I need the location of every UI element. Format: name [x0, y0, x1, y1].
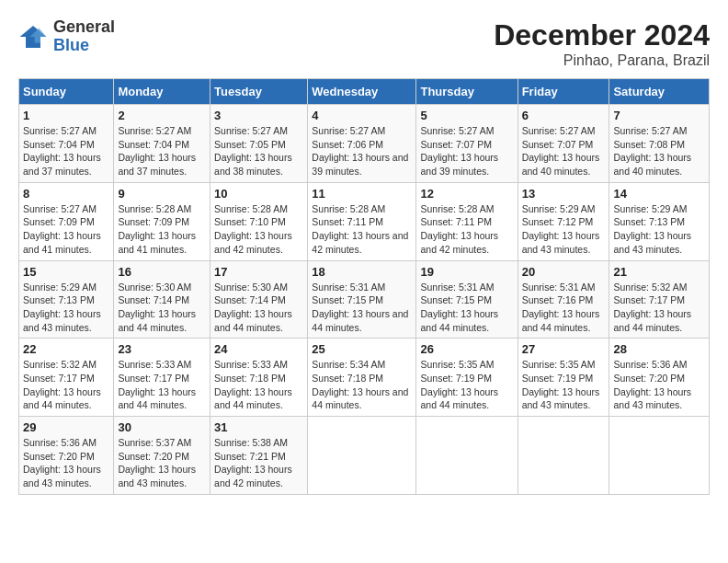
- day-info: Sunrise: 5:30 AM Sunset: 7:14 PM Dayligh…: [118, 281, 206, 335]
- day-of-week-header: Friday: [518, 79, 609, 105]
- day-number: 19: [420, 265, 513, 279]
- day-number: 26: [420, 342, 513, 356]
- day-info: Sunrise: 5:29 AM Sunset: 7:12 PM Dayligh…: [522, 202, 606, 257]
- day-number: 17: [214, 265, 303, 279]
- calendar-cell: [609, 417, 710, 495]
- logo: General Blue: [18, 18, 115, 55]
- day-info: Sunrise: 5:33 AM Sunset: 7:17 PM Dayligh…: [118, 358, 206, 412]
- calendar-week-row: 15 Sunrise: 5:29 AM Sunset: 7:13 PM Dayl…: [19, 260, 710, 339]
- day-info: Sunrise: 5:31 AM Sunset: 7:15 PM Dayligh…: [420, 281, 513, 335]
- day-of-week-header: Wednesday: [308, 79, 416, 105]
- day-info: Sunrise: 5:28 AM Sunset: 7:11 PM Dayligh…: [420, 202, 513, 257]
- calendar-cell: 12 Sunrise: 5:28 AM Sunset: 7:11 PM Dayl…: [416, 182, 518, 260]
- calendar-cell: 22 Sunrise: 5:32 AM Sunset: 7:17 PM Dayl…: [19, 339, 114, 417]
- day-info: Sunrise: 5:27 AM Sunset: 7:09 PM Dayligh…: [23, 202, 109, 257]
- calendar-cell: 30 Sunrise: 5:37 AM Sunset: 7:20 PM Dayl…: [114, 417, 210, 495]
- day-info: Sunrise: 5:37 AM Sunset: 7:20 PM Dayligh…: [118, 436, 206, 490]
- day-info: Sunrise: 5:29 AM Sunset: 7:13 PM Dayligh…: [23, 281, 109, 335]
- title-block: December 2024 Pinhao, Parana, Brazil: [494, 18, 710, 69]
- day-number: 21: [613, 265, 705, 279]
- calendar-cell: 28 Sunrise: 5:36 AM Sunset: 7:20 PM Dayl…: [609, 339, 710, 417]
- day-number: 9: [118, 187, 206, 201]
- day-info: Sunrise: 5:36 AM Sunset: 7:20 PM Dayligh…: [23, 436, 109, 490]
- calendar-cell: 5 Sunrise: 5:27 AM Sunset: 7:07 PM Dayli…: [416, 105, 518, 183]
- day-info: Sunrise: 5:32 AM Sunset: 7:17 PM Dayligh…: [613, 281, 705, 335]
- day-info: Sunrise: 5:27 AM Sunset: 7:04 PM Dayligh…: [23, 124, 109, 178]
- day-info: Sunrise: 5:36 AM Sunset: 7:20 PM Dayligh…: [613, 358, 705, 412]
- day-info: Sunrise: 5:28 AM Sunset: 7:11 PM Dayligh…: [312, 202, 412, 257]
- day-number: 20: [522, 265, 606, 279]
- day-number: 12: [420, 187, 513, 201]
- calendar-cell: 27 Sunrise: 5:35 AM Sunset: 7:19 PM Dayl…: [518, 339, 609, 417]
- calendar-week-row: 29 Sunrise: 5:36 AM Sunset: 7:20 PM Dayl…: [19, 417, 710, 495]
- day-number: 24: [214, 342, 303, 356]
- day-info: Sunrise: 5:31 AM Sunset: 7:16 PM Dayligh…: [522, 281, 606, 335]
- day-info: Sunrise: 5:33 AM Sunset: 7:18 PM Dayligh…: [214, 358, 303, 412]
- day-number: 30: [118, 420, 206, 434]
- day-number: 29: [23, 420, 109, 434]
- day-number: 31: [214, 420, 303, 434]
- day-of-week-header: Monday: [114, 79, 210, 105]
- calendar-cell: 6 Sunrise: 5:27 AM Sunset: 7:07 PM Dayli…: [518, 105, 609, 183]
- calendar-cell: 18 Sunrise: 5:31 AM Sunset: 7:15 PM Dayl…: [308, 260, 416, 339]
- day-info: Sunrise: 5:30 AM Sunset: 7:14 PM Dayligh…: [214, 281, 303, 335]
- calendar-cell: 9 Sunrise: 5:28 AM Sunset: 7:09 PM Dayli…: [114, 182, 210, 260]
- day-number: 18: [312, 265, 412, 279]
- calendar-cell: 24 Sunrise: 5:33 AM Sunset: 7:18 PM Dayl…: [210, 339, 308, 417]
- day-number: 10: [214, 187, 303, 201]
- calendar-cell: [416, 417, 518, 495]
- day-info: Sunrise: 5:27 AM Sunset: 7:07 PM Dayligh…: [522, 124, 606, 178]
- calendar-cell: 29 Sunrise: 5:36 AM Sunset: 7:20 PM Dayl…: [19, 417, 114, 495]
- day-number: 3: [214, 109, 303, 122]
- day-info: Sunrise: 5:29 AM Sunset: 7:13 PM Dayligh…: [613, 202, 705, 257]
- calendar-week-row: 22 Sunrise: 5:32 AM Sunset: 7:17 PM Dayl…: [19, 339, 710, 417]
- day-number: 14: [613, 187, 705, 201]
- calendar-cell: 14 Sunrise: 5:29 AM Sunset: 7:13 PM Dayl…: [609, 182, 710, 260]
- calendar-cell: 25 Sunrise: 5:34 AM Sunset: 7:18 PM Dayl…: [308, 339, 416, 417]
- calendar-cell: 1 Sunrise: 5:27 AM Sunset: 7:04 PM Dayli…: [19, 105, 114, 183]
- day-number: 16: [118, 265, 206, 279]
- day-number: 6: [522, 109, 606, 122]
- day-info: Sunrise: 5:28 AM Sunset: 7:09 PM Dayligh…: [118, 202, 206, 257]
- day-number: 15: [23, 265, 109, 279]
- day-info: Sunrise: 5:31 AM Sunset: 7:15 PM Dayligh…: [312, 281, 412, 335]
- calendar-cell: 8 Sunrise: 5:27 AM Sunset: 7:09 PM Dayli…: [19, 182, 114, 260]
- day-number: 5: [420, 109, 513, 122]
- day-info: Sunrise: 5:27 AM Sunset: 7:04 PM Dayligh…: [118, 124, 206, 178]
- day-number: 22: [23, 342, 109, 356]
- page-header: General Blue December 2024 Pinhao, Paran…: [18, 18, 710, 69]
- logo-text: General Blue: [53, 18, 115, 55]
- day-info: Sunrise: 5:38 AM Sunset: 7:21 PM Dayligh…: [214, 436, 303, 490]
- day-info: Sunrise: 5:34 AM Sunset: 7:18 PM Dayligh…: [312, 358, 412, 412]
- day-number: 1: [23, 109, 109, 122]
- calendar-cell: 20 Sunrise: 5:31 AM Sunset: 7:16 PM Dayl…: [518, 260, 609, 339]
- calendar-cell: 19 Sunrise: 5:31 AM Sunset: 7:15 PM Dayl…: [416, 260, 518, 339]
- calendar-cell: 2 Sunrise: 5:27 AM Sunset: 7:04 PM Dayli…: [114, 105, 210, 183]
- day-of-week-header: Tuesday: [210, 79, 308, 105]
- calendar-cell: 11 Sunrise: 5:28 AM Sunset: 7:11 PM Dayl…: [308, 182, 416, 260]
- day-info: Sunrise: 5:28 AM Sunset: 7:10 PM Dayligh…: [214, 202, 303, 257]
- calendar-body: 1 Sunrise: 5:27 AM Sunset: 7:04 PM Dayli…: [19, 105, 710, 495]
- calendar-cell: 3 Sunrise: 5:27 AM Sunset: 7:05 PM Dayli…: [210, 105, 308, 183]
- calendar-cell: [308, 417, 416, 495]
- calendar-week-row: 8 Sunrise: 5:27 AM Sunset: 7:09 PM Dayli…: [19, 182, 710, 260]
- calendar-week-row: 1 Sunrise: 5:27 AM Sunset: 7:04 PM Dayli…: [19, 105, 710, 183]
- day-info: Sunrise: 5:27 AM Sunset: 7:06 PM Dayligh…: [312, 124, 412, 178]
- day-number: 28: [613, 342, 705, 356]
- day-number: 23: [118, 342, 206, 356]
- day-number: 27: [522, 342, 606, 356]
- calendar-cell: 21 Sunrise: 5:32 AM Sunset: 7:17 PM Dayl…: [609, 260, 710, 339]
- day-number: 4: [312, 109, 412, 122]
- day-number: 8: [23, 187, 109, 201]
- day-info: Sunrise: 5:27 AM Sunset: 7:08 PM Dayligh…: [613, 124, 705, 178]
- calendar-cell: 31 Sunrise: 5:38 AM Sunset: 7:21 PM Dayl…: [210, 417, 308, 495]
- calendar-cell: 15 Sunrise: 5:29 AM Sunset: 7:13 PM Dayl…: [19, 260, 114, 339]
- calendar-cell: 13 Sunrise: 5:29 AM Sunset: 7:12 PM Dayl…: [518, 182, 609, 260]
- day-info: Sunrise: 5:35 AM Sunset: 7:19 PM Dayligh…: [420, 358, 513, 412]
- day-info: Sunrise: 5:35 AM Sunset: 7:19 PM Dayligh…: [522, 358, 606, 412]
- page-subtitle: Pinhao, Parana, Brazil: [494, 52, 710, 69]
- logo-icon: [18, 22, 48, 52]
- calendar-cell: 26 Sunrise: 5:35 AM Sunset: 7:19 PM Dayl…: [416, 339, 518, 417]
- calendar-header-row: SundayMondayTuesdayWednesdayThursdayFrid…: [19, 79, 710, 105]
- day-number: 7: [613, 109, 705, 122]
